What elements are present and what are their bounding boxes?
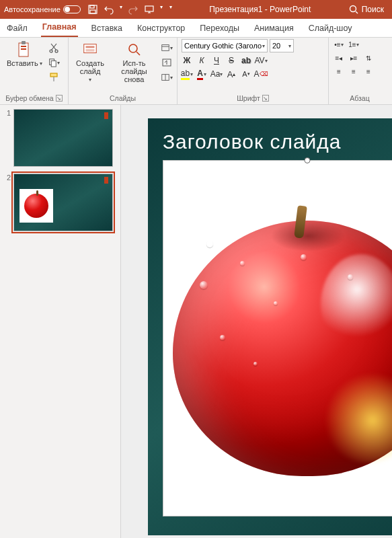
strikethrough-button[interactable]: S bbox=[226, 55, 237, 66]
italic-button[interactable]: К bbox=[196, 55, 207, 66]
font-size-select[interactable]: 20 ▾ bbox=[270, 39, 294, 52]
decrease-indent-button[interactable]: ≡◂ bbox=[333, 52, 345, 63]
new-slide-icon bbox=[82, 42, 98, 58]
apple-image[interactable] bbox=[166, 194, 392, 483]
svg-rect-7 bbox=[21, 46, 26, 47]
bold-button[interactable]: Ж bbox=[182, 55, 192, 66]
tab-transitions[interactable]: Переходы bbox=[198, 21, 241, 37]
undo-icon[interactable] bbox=[104, 4, 114, 15]
paragraph-group-label: Абзац bbox=[350, 94, 369, 102]
slide[interactable]: Заголовок слайда bbox=[148, 118, 392, 535]
image-placeholder[interactable] bbox=[163, 160, 392, 516]
new-slide-button[interactable]: Создать слайд▾ bbox=[73, 39, 108, 85]
slide-title[interactable]: Заголовок слайда bbox=[163, 130, 392, 153]
autosave-label: Автосохранение bbox=[4, 5, 61, 13]
slide-marker-icon bbox=[104, 177, 108, 184]
underline-button[interactable]: Ч bbox=[211, 55, 222, 66]
toggle-off-icon[interactable] bbox=[63, 5, 81, 13]
tab-animations[interactable]: Анимация bbox=[253, 21, 295, 37]
autosave-toggle[interactable]: Автосохранение bbox=[4, 5, 81, 13]
svg-point-4 bbox=[350, 6, 356, 12]
clipboard-group-label: Буфер обмена bbox=[5, 94, 53, 102]
window-title: Презентация1 - PowerPoint bbox=[172, 5, 348, 14]
group-font: Century Gothic (Заголовки) ▾ 20 ▾ Ж К Ч … bbox=[178, 38, 329, 104]
layout-button[interactable]: ▾ bbox=[161, 42, 173, 54]
tab-slideshow[interactable]: Слайд-шоу bbox=[307, 21, 354, 37]
chevron-down-icon: ▾ bbox=[288, 43, 291, 49]
mini-image-icon bbox=[19, 189, 53, 223]
line-spacing-button[interactable]: ⇅ bbox=[362, 52, 375, 63]
shrink-font-button[interactable]: A▾ bbox=[241, 69, 251, 79]
bullets-button[interactable]: •≡▾ bbox=[333, 39, 345, 50]
align-right-button[interactable]: ≡ bbox=[362, 66, 375, 77]
grow-font-button[interactable]: A▴ bbox=[226, 69, 237, 79]
work-area: 1 2 Заголовок слайда bbox=[0, 105, 392, 538]
reuse-slides-icon bbox=[126, 42, 143, 58]
save-icon[interactable] bbox=[87, 4, 98, 15]
svg-rect-18 bbox=[162, 45, 169, 51]
svg-rect-8 bbox=[21, 48, 26, 50]
title-bar: Автосохранение ▾ ▾ ▾ Презентация1 - Powe… bbox=[0, 0, 392, 19]
new-slide-label: Создать слайд bbox=[75, 59, 105, 75]
highlight-color-button[interactable]: ab▾ bbox=[182, 69, 192, 79]
section-button[interactable]: ▾ bbox=[161, 71, 173, 83]
chevron-down-icon: ▾ bbox=[262, 43, 265, 49]
numbering-button[interactable]: 1≡▾ bbox=[348, 39, 360, 50]
thumbnail-row: 2 bbox=[3, 174, 118, 231]
char-spacing-button[interactable]: AV▾ bbox=[256, 55, 266, 66]
copy-button[interactable]: ▾ bbox=[48, 56, 60, 69]
format-painter-button[interactable] bbox=[48, 71, 60, 83]
align-left-button[interactable]: ≡ bbox=[333, 66, 345, 77]
resize-handle-top[interactable] bbox=[305, 157, 311, 163]
search-box[interactable]: Поиск bbox=[348, 4, 384, 15]
slide-number: 1 bbox=[3, 109, 11, 167]
font-color-button[interactable]: A▾ bbox=[196, 69, 207, 79]
dialog-launcher-icon[interactable]: ↘ bbox=[56, 95, 63, 102]
chevron-down-icon: ▾ bbox=[89, 77, 91, 83]
tab-design[interactable]: Конструктор bbox=[136, 21, 186, 37]
svg-rect-12 bbox=[51, 61, 56, 67]
group-slides: Создать слайд▾ Исп-ть слайды снова ▾ ▾ С… bbox=[69, 38, 178, 104]
editing-canvas[interactable]: Заголовок слайда bbox=[121, 105, 392, 538]
svg-point-17 bbox=[129, 44, 137, 52]
svg-rect-15 bbox=[86, 46, 95, 48]
reuse-slides-button[interactable]: Исп-ть слайды снова bbox=[110, 39, 158, 86]
present-from-start-icon[interactable] bbox=[144, 4, 155, 15]
svg-point-9 bbox=[50, 50, 52, 52]
reset-button[interactable] bbox=[161, 56, 173, 69]
tab-file[interactable]: Файл bbox=[5, 21, 29, 37]
slides-group-label: Слайды bbox=[110, 94, 136, 102]
slide-thumbnail-2[interactable] bbox=[13, 174, 113, 231]
search-label: Поиск bbox=[362, 5, 384, 14]
svg-rect-16 bbox=[86, 49, 95, 52]
dialog-launcher-icon[interactable]: ↘ bbox=[262, 95, 269, 102]
increase-indent-button[interactable]: ▸≡ bbox=[348, 52, 360, 63]
reuse-slides-label: Исп-ть слайды снова bbox=[113, 59, 155, 83]
slide-marker-icon bbox=[104, 112, 108, 119]
align-center-button[interactable]: ≡ bbox=[348, 66, 360, 77]
font-group-label: Шрифт bbox=[237, 94, 260, 102]
cut-button[interactable] bbox=[48, 42, 60, 54]
group-paragraph: •≡▾ 1≡▾ ≡◂ ▸≡ ⇅ ≡ ≡ ≡ Абзац bbox=[329, 38, 391, 104]
font-name-value: Century Gothic (Заголовки) bbox=[184, 42, 262, 50]
redo-icon[interactable] bbox=[128, 4, 139, 15]
font-name-select[interactable]: Century Gothic (Заголовки) ▾ bbox=[182, 39, 268, 52]
text-shadow-button[interactable]: ab bbox=[241, 55, 251, 66]
present-dropdown-icon[interactable]: ▾ bbox=[160, 4, 163, 15]
group-clipboard: Вставить▾ ▾ Буфер обмена↘ bbox=[0, 38, 69, 104]
clear-formatting-button[interactable]: A⌫ bbox=[256, 69, 266, 79]
paste-button[interactable]: Вставить▾ bbox=[4, 39, 45, 70]
svg-rect-2 bbox=[90, 10, 95, 13]
search-icon bbox=[348, 4, 359, 15]
font-size-value: 20 bbox=[272, 42, 280, 50]
thumbnail-row: 1 bbox=[3, 109, 118, 167]
change-case-button[interactable]: Aa▾ bbox=[211, 69, 222, 79]
undo-dropdown-icon[interactable]: ▾ bbox=[120, 4, 122, 15]
tab-home[interactable]: Главная bbox=[41, 20, 78, 37]
svg-rect-3 bbox=[145, 6, 153, 11]
slide-number: 2 bbox=[3, 174, 11, 231]
tab-insert[interactable]: Вставка bbox=[90, 21, 124, 37]
slide-thumbnail-1[interactable] bbox=[13, 109, 113, 167]
svg-rect-13 bbox=[50, 73, 57, 77]
paste-icon bbox=[16, 42, 32, 58]
